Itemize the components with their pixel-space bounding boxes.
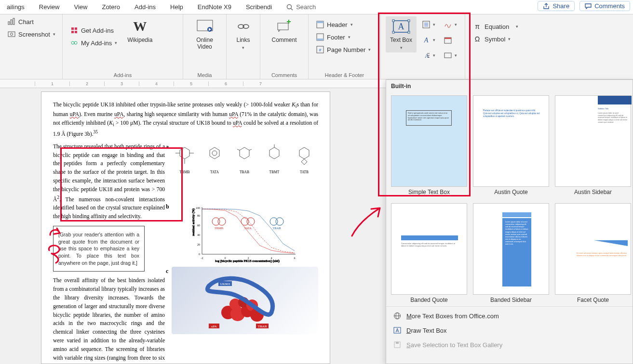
screenshot-button[interactable]: Screenshot ▾	[5, 29, 57, 39]
svg-point-81	[276, 218, 283, 225]
svg-text:UK903: UK903	[220, 282, 230, 286]
svg-rect-9	[71, 31, 74, 33]
svg-point-77	[241, 218, 249, 225]
footer-button[interactable]: Footer ▾	[313, 32, 376, 42]
tab-review[interactable]: Review	[35, 1, 64, 13]
my-addins-button[interactable]: My Add-ins ▾	[67, 38, 120, 48]
svg-text:40: 40	[197, 234, 200, 236]
tab-help[interactable]: Help	[166, 1, 187, 13]
svg-text:TBMB: TBMB	[215, 226, 224, 230]
gallery-caption: Banded Quote	[391, 297, 467, 303]
svg-marker-50	[210, 147, 219, 159]
signature-button[interactable]: ▾	[441, 19, 460, 30]
svg-text:TATA: TATA	[244, 226, 252, 230]
equation-icon: π	[473, 23, 482, 30]
symbol-icon: Ω	[473, 35, 482, 43]
svg-point-11	[71, 41, 74, 44]
comment-button[interactable]: Comment	[268, 16, 301, 45]
svg-text:TBAB: TBAB	[272, 226, 281, 230]
text-box-callout[interactable]: [Grab your reader's attention with a gre…	[53, 226, 145, 272]
links-button[interactable]: Links▾	[231, 16, 255, 52]
tab-addins[interactable]: Add-ins	[131, 1, 160, 13]
share-icon	[543, 3, 550, 10]
svg-rect-2	[8, 22, 10, 25]
svg-text:A: A	[424, 37, 429, 44]
svg-text:#: #	[319, 48, 321, 52]
ribbon: Chart Screenshot ▾ Get Add-ins My Add-in…	[0, 14, 633, 79]
figure-panel-a: TBMB TATA TBAB TBMT TATB	[172, 143, 318, 200]
chart-button[interactable]: Chart	[5, 16, 57, 27]
share-button[interactable]: Share	[538, 1, 575, 11]
gallery-thumb-austin-sidebar[interactable]: Sidebar Title Lorem ipsum dolor sit amet…	[555, 95, 631, 187]
globe-icon	[393, 312, 402, 320]
page-number-button[interactable]: # Page Number ▾	[313, 44, 376, 55]
quick-parts-button[interactable]: ▾	[419, 19, 438, 30]
tab-mailings[interactable]: ailings	[3, 1, 28, 13]
svg-marker-96	[594, 240, 628, 246]
svg-rect-7	[71, 27, 74, 30]
svg-marker-46	[180, 147, 189, 159]
screenshot-icon	[8, 30, 15, 38]
header-button[interactable]: Header ▾	[313, 19, 376, 30]
header-icon	[316, 21, 324, 28]
object-icon	[444, 52, 452, 59]
wikipedia-button[interactable]: W Wikipedia	[123, 16, 157, 45]
more-textboxes-menu[interactable]: MMore Text Boxes from Office.comore Text…	[386, 309, 633, 323]
svg-rect-31	[408, 31, 410, 33]
link-icon	[237, 22, 250, 31]
tab-view[interactable]: View	[70, 1, 91, 13]
gallery-thumb-austin-quote[interactable]: Pariatur aut officia et molestiae id pos…	[473, 95, 549, 187]
text-box-button[interactable]: A Text Box▾	[386, 16, 417, 52]
gallery-thumb-banded-quote[interactable]: Consectetur adipiscing elit sed do eiusm…	[391, 203, 467, 295]
comments-button[interactable]: Comments	[579, 1, 630, 11]
object-button[interactable]: ▾	[441, 50, 460, 61]
gallery-thumb-facet-quote[interactable]: Ut enim ad minim veniam quis nostrud exe…	[555, 203, 631, 295]
svg-rect-4	[13, 18, 14, 25]
online-video-button[interactable]: Online Video	[188, 16, 221, 52]
svg-text:20: 20	[197, 243, 200, 246]
wordart-button[interactable]: A▾	[419, 35, 438, 45]
gallery-caption: Facet Quote	[555, 297, 631, 303]
svg-text:2: 2	[248, 257, 249, 260]
search-box[interactable]: Search	[283, 2, 320, 12]
wikipedia-icon: W	[132, 18, 148, 35]
svg-point-0	[287, 4, 292, 9]
addin-icon	[70, 39, 78, 47]
svg-rect-3	[11, 20, 12, 25]
svg-rect-43	[444, 53, 451, 58]
svg-text:60: 60	[197, 224, 200, 227]
doc-paragraph[interactable]: The bicyclic peptide UK18 inhibited othe…	[53, 101, 318, 139]
gallery-caption: Austin Sidebar	[555, 189, 631, 195]
gallery-thumb-banded-sidebar[interactable]: Lorem ipsum dolor sit amet consectetur a…	[473, 203, 549, 295]
figure-panel-b: residual activity (%) log [bicyclic pept…	[172, 202, 318, 265]
gallery-header: Built-in	[386, 80, 633, 92]
tab-scribendi[interactable]: Scribendi	[242, 1, 276, 13]
svg-rect-28	[392, 20, 394, 22]
svg-text:π: π	[475, 23, 480, 30]
draw-textbox-menu[interactable]: A Draw Text Box	[386, 323, 633, 338]
comment-icon	[585, 3, 592, 10]
doc-paragraph[interactable]: The structure revealed that both peptide…	[53, 143, 165, 221]
svg-line-53	[237, 149, 240, 150]
tab-zotero[interactable]: Zotero	[98, 1, 124, 13]
symbol-button[interactable]: Ω Symbol ▾	[470, 34, 533, 44]
svg-text:A: A	[398, 22, 404, 31]
save-selection-menu: Save Selection to Text Box Gallery	[386, 338, 633, 352]
document-page[interactable]: The bicyclic peptide UK18 inhibited othe…	[41, 91, 330, 364]
date-icon	[444, 36, 452, 44]
datetime-button[interactable]	[441, 35, 460, 45]
svg-text:0: 0	[225, 257, 226, 260]
doc-paragraph[interactable]: The overall affinity of the best binders…	[53, 276, 165, 364]
svg-rect-5	[8, 32, 15, 37]
get-addins-button[interactable]: Get Add-ins	[67, 25, 120, 36]
svg-text:-2: -2	[201, 257, 203, 260]
equation-button[interactable]: π Equation ▾	[470, 21, 533, 32]
store-icon	[70, 26, 78, 34]
text-box-gallery: Built-in Sed ut perspiciatis unde omnis …	[386, 79, 633, 364]
figure-panel-c: UK903 uPA TBAB	[172, 267, 318, 334]
dropcap-button[interactable]: A▾	[419, 50, 438, 61]
new-comment-icon	[277, 20, 292, 33]
svg-text:0: 0	[199, 253, 200, 256]
tab-endnote[interactable]: EndNote X9	[194, 1, 235, 13]
gallery-thumb-simple[interactable]: Sed ut perspiciatis unde omnis iste natu…	[391, 95, 467, 187]
